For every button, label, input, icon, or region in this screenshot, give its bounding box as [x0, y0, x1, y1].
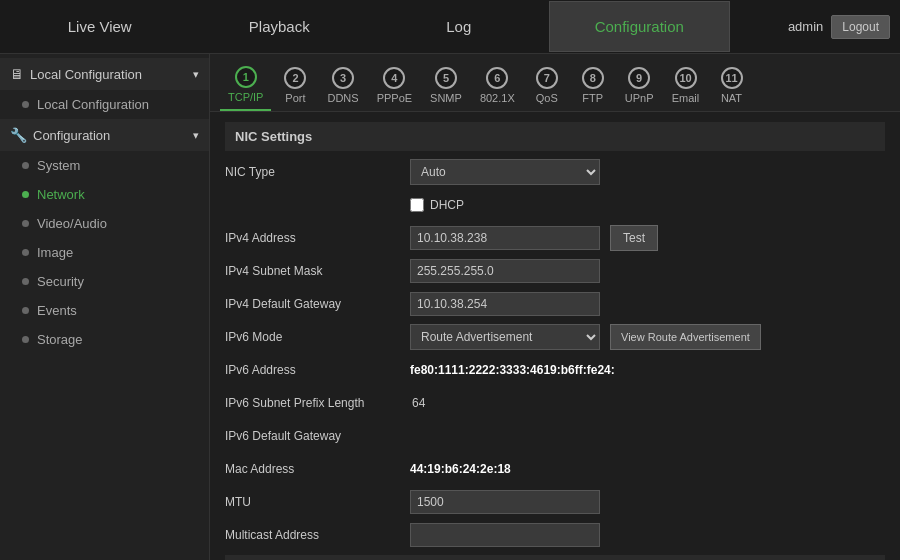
dhcp-row: DHCP — [225, 192, 885, 218]
tab-label-email: Email — [672, 92, 700, 104]
ipv4-gateway-label: IPv4 Default Gateway — [225, 297, 410, 311]
tab-ftp[interactable]: 8 FTP — [571, 63, 615, 110]
ipv6-mode-label: IPv6 Mode — [225, 330, 410, 344]
ipv4-address-input[interactable] — [410, 226, 600, 250]
tab-tcp-ip[interactable]: 1 TCP/IP — [220, 62, 271, 111]
ipv6-mode-row: IPv6 Mode Route Advertisement View Route… — [225, 324, 885, 350]
ipv6-address-value: fe80:1111:2222:3333:4619:b6ff:fe24: — [410, 363, 615, 377]
ipv4-address-label: IPv4 Address — [225, 231, 410, 245]
tab-label-qos: QoS — [536, 92, 558, 104]
system-label: System — [37, 158, 80, 173]
tab-port[interactable]: 2 Port — [273, 63, 317, 110]
tab-label-port: Port — [285, 92, 305, 104]
tab-nat[interactable]: 11 NAT — [710, 63, 754, 110]
sidebar-item-video-audio[interactable]: Video/Audio — [0, 209, 209, 238]
multicast-input[interactable] — [410, 523, 600, 547]
local-config-header-label: Local Configuration — [30, 67, 142, 82]
network-tabs: 1 TCP/IP 2 Port 3 DDNS 4 PPPoE 5 SNMP 6 … — [210, 54, 900, 112]
chevron-down-icon-2: ▾ — [193, 129, 199, 142]
mac-address-row: Mac Address 44:19:b6:24:2e:18 — [225, 456, 885, 482]
nic-type-select[interactable]: Auto — [410, 159, 600, 185]
logout-button[interactable]: Logout — [831, 15, 890, 39]
sidebar-section-config[interactable]: 🔧 Configuration ▾ — [0, 119, 209, 151]
tab-snmp[interactable]: 5 SNMP — [422, 63, 470, 110]
ipv6-prefix-label: IPv6 Subnet Prefix Length — [225, 396, 410, 410]
dhcp-checkbox[interactable] — [410, 198, 424, 212]
nav-log[interactable]: Log — [369, 2, 549, 51]
network-label: Network — [37, 187, 85, 202]
wrench-icon: 🔧 — [10, 127, 27, 143]
test-button[interactable]: Test — [610, 225, 658, 251]
tab-num-5: 5 — [435, 67, 457, 89]
tab-email[interactable]: 10 Email — [664, 63, 708, 110]
tab-num-2: 2 — [284, 67, 306, 89]
tab-num-1: 1 — [235, 66, 257, 88]
mtu-row: MTU — [225, 489, 885, 515]
dot-icon — [22, 162, 29, 169]
ipv6-gateway-label: IPv6 Default Gateway — [225, 429, 410, 443]
nav-configuration[interactable]: Configuration — [549, 1, 731, 52]
tab-label-ddns: DDNS — [327, 92, 358, 104]
tab-label-ftp: FTP — [582, 92, 603, 104]
tab-num-4: 4 — [383, 67, 405, 89]
tab-label-snmp: SNMP — [430, 92, 462, 104]
security-label: Security — [37, 274, 84, 289]
sidebar-item-image[interactable]: Image — [0, 238, 209, 267]
top-nav: Live View Playback Log Configuration adm… — [0, 0, 900, 54]
sidebar-section-local-config[interactable]: 🖥 Local Configuration ▾ — [0, 58, 209, 90]
ipv6-gateway-row: IPv6 Default Gateway — [225, 423, 885, 449]
tab-8021x[interactable]: 6 802.1X — [472, 63, 523, 110]
multicast-label: Multicast Address — [225, 528, 410, 542]
tab-upnp[interactable]: 9 UPnP — [617, 63, 662, 110]
monitor-icon: 🖥 — [10, 66, 24, 82]
nav-playback[interactable]: Playback — [190, 2, 370, 51]
local-config-item-label: Local Configuration — [37, 97, 149, 112]
video-audio-label: Video/Audio — [37, 216, 107, 231]
tab-num-7: 7 — [536, 67, 558, 89]
dot-icon — [22, 278, 29, 285]
tab-num-6: 6 — [486, 67, 508, 89]
tab-num-11: 11 — [721, 67, 743, 89]
sidebar-item-system[interactable]: System — [0, 151, 209, 180]
dot-active-icon — [22, 191, 29, 198]
sidebar-item-network[interactable]: Network — [0, 180, 209, 209]
tab-label-8021x: 802.1X — [480, 92, 515, 104]
tab-num-8: 8 — [582, 67, 604, 89]
dns-server-title: DNS Server — [225, 555, 885, 560]
ipv6-prefix-row: IPv6 Subnet Prefix Length 64 — [225, 390, 885, 416]
tab-num-10: 10 — [675, 67, 697, 89]
storage-label: Storage — [37, 332, 83, 347]
ipv4-gateway-input[interactable] — [410, 292, 600, 316]
top-nav-right: admin Logout — [730, 15, 890, 39]
mtu-input[interactable] — [410, 490, 600, 514]
dot-icon — [22, 307, 29, 314]
ipv4-subnet-row: IPv4 Subnet Mask — [225, 258, 885, 284]
nic-type-row: NIC Type Auto — [225, 159, 885, 185]
nic-settings-title: NIC Settings — [225, 122, 885, 151]
config-header-label: Configuration — [33, 128, 110, 143]
tab-num-3: 3 — [332, 67, 354, 89]
ipv6-address-row: IPv6 Address fe80:1111:2222:3333:4619:b6… — [225, 357, 885, 383]
username-label: admin — [788, 19, 823, 34]
mac-address-value: 44:19:b6:24:2e:18 — [410, 462, 511, 476]
ipv4-subnet-label: IPv4 Subnet Mask — [225, 264, 410, 278]
view-route-button[interactable]: View Route Advertisement — [610, 324, 761, 350]
nav-live-view[interactable]: Live View — [10, 2, 190, 51]
tab-pppoe[interactable]: 4 PPPoE — [369, 63, 420, 110]
chevron-down-icon: ▾ — [193, 68, 199, 81]
tab-qos[interactable]: 7 QoS — [525, 63, 569, 110]
nic-type-label: NIC Type — [225, 165, 410, 179]
ipv6-mode-select[interactable]: Route Advertisement — [410, 324, 600, 350]
dot-icon — [22, 220, 29, 227]
dhcp-label[interactable]: DHCP — [430, 198, 464, 212]
sidebar-item-storage[interactable]: Storage — [0, 325, 209, 354]
sidebar-item-events[interactable]: Events — [0, 296, 209, 325]
multicast-row: Multicast Address — [225, 522, 885, 548]
image-label: Image — [37, 245, 73, 260]
tab-label-nat: NAT — [721, 92, 742, 104]
sidebar-item-local-configuration[interactable]: Local Configuration — [0, 90, 209, 119]
ipv4-subnet-input[interactable] — [410, 259, 600, 283]
ipv6-address-label: IPv6 Address — [225, 363, 410, 377]
tab-ddns[interactable]: 3 DDNS — [319, 63, 366, 110]
sidebar-item-security[interactable]: Security — [0, 267, 209, 296]
